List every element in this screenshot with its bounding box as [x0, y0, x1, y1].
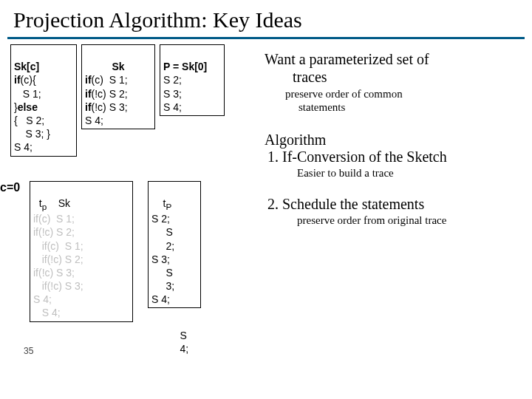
page-title: Projection Algorithm: Key Ideas: [0, 0, 532, 35]
box-sk: Skif(c) S 1; if(!c) S 2; if(!c) S 3; S 4…: [81, 44, 155, 129]
want-line2: traces: [265, 68, 523, 86]
code-skc: if(c){ S 1; }else { S 2; S 3; } S 4;: [14, 74, 50, 153]
box-skc-header: Sk[c]: [14, 60, 73, 73]
right-column: Want a parameterized set of traces prese…: [265, 50, 523, 227]
box-skc: Sk[c]if(c){ S 1; }else { S 2; S 3; } S 4…: [10, 44, 77, 157]
algo-item-2: 2. Schedule the statements: [265, 196, 523, 213]
preserve-line1: preserve order of common: [285, 87, 523, 100]
preserve-line2: statements: [299, 100, 523, 114]
left-column: Sk[c]if(c){ S 1; }else { S 2; S 3; } S 4…: [10, 44, 262, 161]
tp-header: tp Sk: [33, 197, 70, 209]
tp-ghost-code: if(c) S 1; if(!c) S 2; if(c) S 1; if(!c)…: [33, 213, 83, 318]
c-zero-label: c=0: [0, 181, 20, 194]
tp2-code: S 2; S 2; S 3; S 3; S 4;: [151, 213, 174, 305]
box-p-header: P = Sk[0]: [163, 60, 221, 73]
algo-item-1: 1. If-Conversion of the Sketch: [265, 149, 523, 166]
box-p: P = Sk[0]S 2; S 3; S 4;: [160, 44, 225, 116]
code-sk: if(c) S 1; if(!c) S 2; if(!c) S 3; S 4;: [85, 74, 128, 126]
code-p: S 2; S 3; S 4;: [163, 74, 182, 112]
slide-number: 35: [24, 346, 33, 356]
algo-item-1-sub: Easier to build a trace: [297, 167, 523, 180]
algo-item-2-sub: preserve order from original trace: [297, 214, 523, 227]
box-tp2: tP S 2; S 2; S 3; S 3; S 4;: [148, 181, 201, 308]
overflow-code: S 4;: [166, 329, 188, 355]
title-rule: [7, 37, 525, 39]
algorithm-heading: Algorithm: [265, 132, 523, 149]
box-sk-header: Sk: [85, 60, 151, 73]
box-tp: tp Sk if(c) S 1; if(!c) S 2; if(c) S 1; …: [30, 181, 133, 322]
want-line1: Want a parameterized set of: [265, 50, 523, 68]
tp2-header: tP: [151, 197, 171, 209]
top-row-boxes: Sk[c]if(c){ S 1; }else { S 2; S 3; } S 4…: [10, 44, 262, 157]
